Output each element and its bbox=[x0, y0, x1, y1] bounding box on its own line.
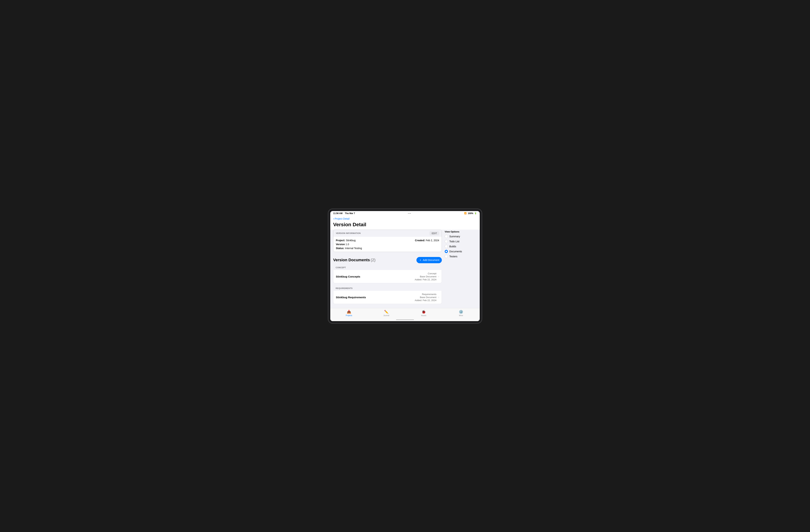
content-layout: VERSION INFORMATION EDIT Project: Stinkb… bbox=[330, 230, 480, 308]
version-info-title: VERSION INFORMATION bbox=[336, 232, 361, 234]
tab-label-2: Issues bbox=[421, 315, 426, 317]
page-title: Version Detail bbox=[330, 221, 480, 230]
battery-label: 100% bbox=[468, 212, 473, 215]
ipad-frame: 11:56 AM Thu Mar 7 ••• 📶 100% 🔋 ‹ Projec… bbox=[328, 209, 482, 323]
tab-bar-items: 📥 Projects ✏️ Journal 🐞 Issues ⚙️ More bbox=[330, 310, 480, 317]
plus-icon: ＋ bbox=[419, 258, 422, 262]
view-option-builds[interactable]: Builds bbox=[445, 245, 477, 248]
document-item-1-0[interactable]: Stinkbug Requirements Requirements Base … bbox=[333, 291, 442, 304]
created-label: Created: bbox=[415, 239, 425, 242]
content-main: VERSION INFORMATION EDIT Project: Stinkb… bbox=[333, 230, 445, 308]
back-chevron-icon: ‹ bbox=[333, 217, 334, 220]
status-center-dots: ••• bbox=[408, 212, 411, 215]
project-row: Project: Stinkbug bbox=[336, 239, 362, 242]
doc-name-0-0: Stinkbug Concepts bbox=[336, 275, 360, 278]
option-label-2: Builds bbox=[449, 245, 456, 248]
back-label: Project Detail bbox=[335, 217, 350, 220]
view-option-summary[interactable]: Summary bbox=[445, 235, 477, 238]
docs-count: (2) bbox=[371, 258, 375, 262]
doc-chevron-icon-1-0: › bbox=[438, 295, 439, 299]
doc-type-1-0: Requirements bbox=[422, 293, 436, 295]
doc-chevron-icon-0-0: › bbox=[438, 275, 439, 278]
option-label-1: Todo List bbox=[449, 240, 459, 243]
radio-0 bbox=[445, 235, 448, 238]
add-document-button[interactable]: ＋ Add Document bbox=[417, 257, 442, 263]
tab-issues[interactable]: 🐞 Issues bbox=[405, 310, 442, 317]
tab-more[interactable]: ⚙️ More bbox=[442, 310, 480, 317]
home-bar bbox=[396, 319, 414, 320]
wifi-icon: 📶 bbox=[464, 212, 467, 214]
tab-label-3: More bbox=[459, 315, 463, 317]
battery-icon: 🔋 bbox=[474, 212, 477, 214]
info-left: Project: Stinkbug Version 1.0 Status: In… bbox=[336, 239, 362, 249]
docs-section-header: Version Documents (2) ＋ Add Document bbox=[333, 255, 442, 265]
doc-base-1-0: Base Document bbox=[420, 296, 436, 299]
ipad-screen: 11:56 AM Thu Mar 7 ••• 📶 100% 🔋 ‹ Projec… bbox=[330, 211, 480, 321]
docs-title-area: Version Documents (2) bbox=[333, 258, 375, 262]
view-options-list: SummaryTodo ListBuildsDocumentsTesters bbox=[445, 235, 477, 258]
version-row: Version 1.0 bbox=[336, 243, 362, 246]
tab-icon-1: ✏️ bbox=[384, 310, 389, 314]
time-display: 11:56 AM bbox=[333, 212, 342, 215]
doc-added-0-0: Added: Feb 22, 2024 bbox=[415, 278, 436, 281]
doc-meta-row-1-0: Requirements Base Document Added: Feb 22… bbox=[415, 293, 439, 302]
doc-meta-row-0-0: Concept Base Document Added: Feb 22, 202… bbox=[415, 272, 439, 281]
group-title-1: REQUIREMENTS bbox=[336, 287, 353, 289]
radio-3 bbox=[445, 250, 448, 253]
status-right: 📶 100% 🔋 bbox=[464, 212, 477, 215]
created-row: Created: Feb 2, 2024 bbox=[415, 239, 439, 242]
tab-label-0: Projects bbox=[346, 315, 352, 317]
option-label-3: Documents bbox=[449, 250, 462, 253]
group-title-0: CONCEPT bbox=[336, 267, 346, 269]
card-body: Project: Stinkbug Version 1.0 Status: In… bbox=[333, 237, 442, 252]
doc-name-1-0: Stinkbug Requirements bbox=[336, 296, 366, 299]
edit-button[interactable]: EDIT bbox=[430, 231, 439, 235]
date-display: Thu Mar 7 bbox=[345, 212, 355, 215]
version-info-card: VERSION INFORMATION EDIT Project: Stinkb… bbox=[333, 230, 442, 252]
view-option-documents[interactable]: Documents bbox=[445, 250, 477, 253]
version-value: 1.0 bbox=[346, 243, 349, 246]
view-option-todo-list[interactable]: Todo List bbox=[445, 240, 477, 243]
doc-base-0-0: Base Document bbox=[420, 275, 436, 278]
status-bar: 11:56 AM Thu Mar 7 ••• 📶 100% 🔋 bbox=[330, 211, 480, 216]
info-right: Created: Feb 2, 2024 bbox=[415, 239, 439, 249]
status-time: 11:56 AM Thu Mar 7 bbox=[333, 212, 355, 215]
status-value: Internal Testing bbox=[345, 247, 362, 249]
group-header-0: CONCEPT bbox=[333, 265, 442, 270]
tab-projects[interactable]: 📥 Projects bbox=[330, 310, 368, 317]
radio-2 bbox=[445, 245, 448, 248]
tab-icon-0: 📥 bbox=[347, 310, 351, 314]
created-value: Feb 2, 2024 bbox=[426, 239, 439, 242]
nav-back: ‹ Project Detail bbox=[330, 216, 480, 221]
home-indicator bbox=[330, 319, 480, 321]
docs-title: Version Documents bbox=[333, 258, 370, 262]
version-label: Version bbox=[336, 243, 345, 246]
main-content: VERSION INFORMATION EDIT Project: Stinkb… bbox=[330, 230, 480, 308]
view-options-title: View Options bbox=[445, 230, 477, 233]
radio-1 bbox=[445, 240, 448, 243]
doc-added-1-0: Added: Feb 22, 2024 bbox=[415, 299, 436, 302]
view-options-sidebar: View Options SummaryTodo ListBuildsDocum… bbox=[445, 230, 477, 308]
status-label: Status: bbox=[336, 247, 344, 249]
option-label-4: Testers bbox=[449, 255, 457, 258]
view-option-testers[interactable]: Testers bbox=[445, 255, 477, 258]
doc-type-0-0: Concept bbox=[428, 272, 436, 275]
radio-4 bbox=[445, 255, 448, 258]
back-button[interactable]: ‹ Project Detail bbox=[333, 217, 477, 220]
group-header-1: REQUIREMENTS bbox=[333, 285, 442, 291]
doc-meta-0-0: Concept Base Document Added: Feb 22, 202… bbox=[415, 272, 436, 281]
project-label: Project: bbox=[336, 239, 345, 242]
tab-icon-2: 🐞 bbox=[421, 310, 426, 314]
radio-inner-3 bbox=[446, 251, 447, 252]
card-header: VERSION INFORMATION EDIT bbox=[333, 230, 442, 237]
doc-group-0: CONCEPT Stinkbug Concepts Concept Base D… bbox=[333, 265, 442, 283]
tab-bar: 📥 Projects ✏️ Journal 🐞 Issues ⚙️ More bbox=[330, 308, 480, 319]
tab-icon-3: ⚙️ bbox=[459, 310, 463, 314]
tab-journal[interactable]: ✏️ Journal bbox=[368, 310, 405, 317]
doc-group-1: REQUIREMENTS Stinkbug Requirements Requi… bbox=[333, 285, 442, 304]
status-row: Status: Internal Testing bbox=[336, 247, 362, 249]
option-label-0: Summary bbox=[449, 235, 460, 238]
document-item-0-0[interactable]: Stinkbug Concepts Concept Base Document … bbox=[333, 270, 442, 283]
tab-label-1: Journal bbox=[383, 315, 389, 317]
doc-groups-container: CONCEPT Stinkbug Concepts Concept Base D… bbox=[333, 265, 442, 304]
